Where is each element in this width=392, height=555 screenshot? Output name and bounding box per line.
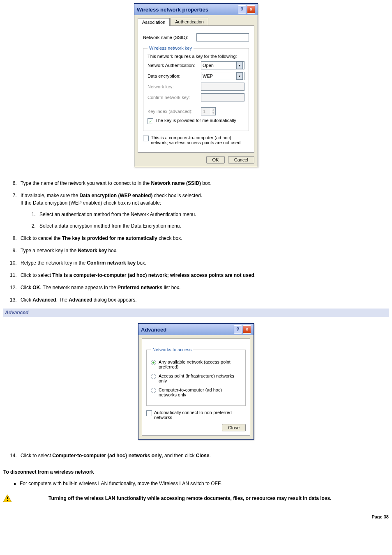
radio-label: Access point (infrastructure) networks o… [159,373,241,383]
cancel-button[interactable]: Cancel [228,156,254,164]
step-8: Click to cancel the The key is provided … [18,235,389,242]
fieldset-legend: Networks to access [151,347,193,352]
step-11: Click to select This is a computer-to-co… [18,272,389,279]
help-icon[interactable]: ? [234,325,242,334]
keyindex-label: Key index (advanced): [148,109,201,114]
disconnect-heading: To disconnect from a wireless network [3,469,389,475]
fieldset-legend: Wireless network key [148,46,194,51]
enc-value: WEP [203,74,213,78]
advanced-banner: Advanced [3,309,389,317]
fieldset-intro: This network requires a key for the foll… [148,54,244,59]
adhoc-checkbox[interactable] [143,136,149,141]
radio-any-network[interactable] [151,360,156,365]
auth-label: Network Authentication: [148,63,201,68]
dialog-titlebar: Wireless network properties ? × [134,4,258,15]
warning-icon [3,495,12,502]
page-footer: Page 38 [3,514,389,519]
help-icon[interactable]: ? [238,5,246,14]
step-9: Type a network key in the Network key bo… [18,247,389,254]
keyindex-spinner: 1 ▲▼ [201,107,216,115]
radio-infrastructure[interactable] [151,374,156,379]
radio-label: Any available network (access point pref… [159,359,241,369]
advanced-dialog: Advanced ? × Networks to access Any avai… [138,323,254,440]
step-7: If available, make sure the Data encrypt… [18,192,389,230]
tab-panel: Network name (SSID): Wireless network ke… [138,25,254,153]
disconnect-list: For computers with built-in wireless LAN… [3,480,389,487]
radio-adhoc[interactable] [151,388,156,393]
chevron-down-icon[interactable]: ▾ [236,72,243,80]
keyindex-value: 1 [203,109,205,114]
enc-label: Data encryption: [148,74,201,78]
step-6: Type the name of the network you want to… [18,180,389,187]
disconnect-item: For computers with built-in wireless LAN… [20,480,389,487]
svg-rect-2 [7,500,8,501]
auth-select[interactable]: Open ▾ [201,61,244,69]
warning-row: Turning off the wireless LAN functionali… [3,495,389,502]
auto-key-checkbox[interactable]: ✓ [148,118,153,124]
auto-connect-label: Automatically connect to non-preferred n… [154,410,246,420]
step-7-2: Select a data encryption method from the… [37,222,389,230]
wireless-properties-dialog: Wireless network properties ? × Associat… [134,3,258,167]
step-14: Click to select Computer-to-computer {ad… [18,452,389,459]
ok-button[interactable]: OK [206,156,225,164]
tab-row: Association Authentication [138,18,254,25]
close-button[interactable]: Close [222,424,246,431]
steps-list-cont: Click to select Computer-to-computer {ad… [3,452,389,459]
svg-rect-1 [7,497,8,499]
wireless-key-fieldset: Wireless network key This network requir… [143,46,249,131]
ssid-label: Network name (SSID): [143,35,196,40]
auto-key-label: The key is provided for me automatically [155,118,236,123]
netkey-input [201,83,244,91]
warning-text: Turning off the wireless LAN functionali… [48,495,332,502]
dialog-titlebar: Advanced ? × [138,324,254,335]
confirmkey-label: Confirm network key: [148,95,201,100]
step-12: Click OK. The network name appears in th… [18,284,389,291]
step-10: Retype the network key in the Confirm ne… [18,259,389,267]
dialog-title: Advanced [141,327,166,333]
enc-select[interactable]: WEP ▾ [201,72,244,80]
close-icon[interactable]: × [247,5,255,14]
radio-label: Computer-to-computer (ad hoc) networks o… [159,387,241,397]
adhoc-label: This is a computer-to-computer (ad hoc) … [151,135,249,145]
auto-connect-checkbox[interactable] [146,410,152,416]
steps-list: Type the name of the network you want to… [3,180,389,304]
chevron-down-icon[interactable]: ▾ [236,62,243,69]
step-7-sublist: Select an authentication method from the… [21,211,389,230]
step-7-1: Select an authentication method from the… [37,211,389,218]
tab-association[interactable]: Association [138,18,170,26]
close-icon[interactable]: × [243,325,251,334]
netkey-label: Network key: [148,84,201,89]
confirmkey-input [201,93,244,101]
networks-access-fieldset: Networks to access Any available network… [146,347,246,406]
step-13: Click Advanced. The Advanced dialog box … [18,296,389,304]
auth-value: Open [203,63,214,68]
dialog-title: Wireless network properties [137,7,208,13]
tab-authentication[interactable]: Authentication [171,18,208,25]
ssid-input[interactable] [196,33,249,41]
